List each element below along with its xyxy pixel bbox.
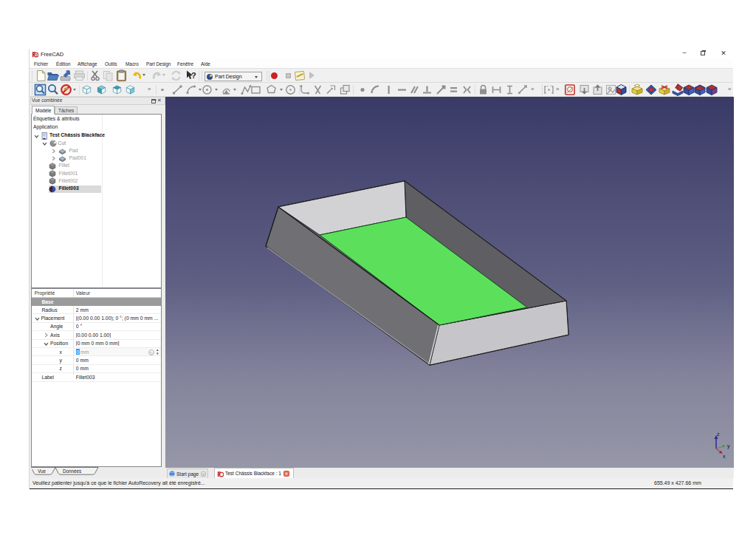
svg-text:Données: Données [63,468,81,474]
svg-text:x: x [723,454,726,459]
svg-text:?: ? [191,71,196,80]
svg-text:y: y [727,443,730,449]
svg-text:z: z [717,432,720,437]
svg-text:Vue: Vue [38,468,46,474]
